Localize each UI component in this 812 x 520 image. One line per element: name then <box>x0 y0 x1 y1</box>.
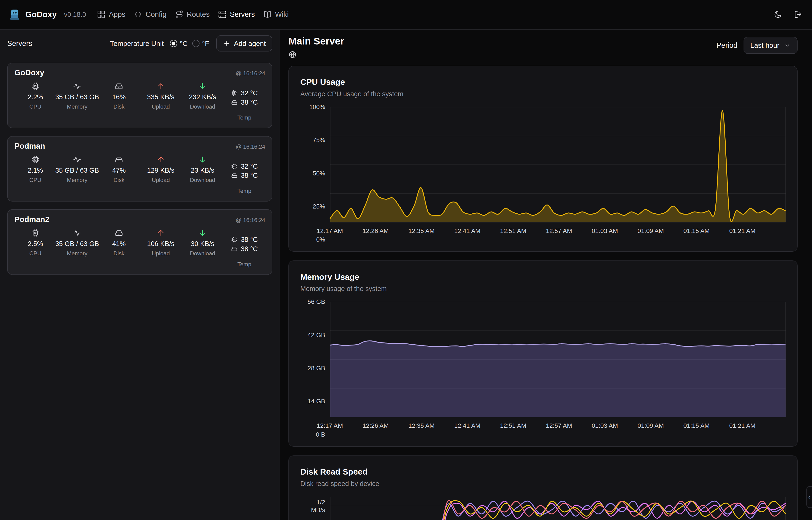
cpu-icon <box>231 236 238 243</box>
stat-memory: 35 GB / 63 GB Memory <box>56 155 98 194</box>
period-select[interactable]: Last hour <box>744 37 797 54</box>
arrow-up-icon <box>157 155 165 164</box>
page-title: Main Server <box>288 36 344 47</box>
godoxy-logo <box>9 9 20 21</box>
server-timestamp: @ 16:16:24 <box>236 217 265 224</box>
brand-version: v0.18.0 <box>64 11 86 19</box>
stat-upload: 129 KB/s Upload <box>140 155 182 194</box>
y-axis: 56 GB42 GB28 GB14 GB0 B <box>300 302 330 435</box>
celsius-label: °C <box>180 40 188 48</box>
temperature-unit-group: Temperature Unit °C °F Add agent <box>110 35 273 51</box>
server-name: Podman2 <box>15 215 49 224</box>
nav-item-servers[interactable]: Servers <box>217 7 256 22</box>
nav-item-routes[interactable]: Routes <box>174 7 211 22</box>
nav-label: Config <box>145 10 166 19</box>
temperature-unit-label: Temperature Unit <box>110 40 164 48</box>
server-timestamp: @ 16:16:24 <box>236 144 265 150</box>
memory-usage-chart: 56 GB42 GB28 GB14 GB0 B 12:17 AM12:26 AM… <box>300 302 786 435</box>
disk-read-speed-chart: 1/2 MB/s <box>300 497 786 520</box>
nav-item-apps[interactable]: Apps <box>96 7 127 22</box>
stat-temp: 38 °C 38 °C Temp <box>223 229 265 268</box>
plot-area <box>330 107 786 222</box>
hard-drive-icon <box>231 172 238 179</box>
chart-subtitle: Average CPU usage of the system <box>300 90 786 98</box>
server-timestamp: @ 16:16:24 <box>236 70 265 77</box>
top-navbar: GoDoxy v0.18.0 Apps Config Routes <box>0 0 812 30</box>
hard-drive-icon <box>231 245 238 252</box>
code-icon <box>134 10 142 19</box>
activity-icon <box>73 155 82 164</box>
brand: GoDoxy v0.18.0 <box>9 9 86 21</box>
hard-drive-icon <box>115 229 123 237</box>
server-icon <box>218 10 227 19</box>
server-name: GoDoxy <box>15 68 44 77</box>
globe-icon[interactable] <box>288 51 344 59</box>
server-list: GoDoxy @ 16:16:24 2.2% CPU 35 GB / 63 GB <box>7 63 272 275</box>
stat-upload: 335 KB/s Upload <box>140 82 182 121</box>
x-axis: 12:17 AM12:26 AM12:35 AM12:41 AM12:51 AM… <box>330 422 786 435</box>
chart-title: CPU Usage <box>300 77 786 87</box>
server-card-podman2[interactable]: Podman2 @ 16:16:24 2.5% CPU 35 GB / 63 G… <box>7 209 272 275</box>
route-icon <box>175 10 184 19</box>
cpu-icon <box>31 155 40 164</box>
stat-download: 23 KB/s Download <box>181 155 223 194</box>
godoxy-dashboard: GoDoxy v0.18.0 Apps Config Routes <box>0 0 812 520</box>
plot-area <box>330 497 786 520</box>
stat-temp: 32 °C 38 °C Temp <box>223 82 265 121</box>
cpu-icon <box>31 82 40 90</box>
main-nav: Apps Config Routes Servers <box>96 7 290 22</box>
nav-item-wiki[interactable]: Wiki <box>262 7 290 22</box>
y-axis: 1/2 MB/s <box>300 497 330 520</box>
x-axis: 12:17 AM12:26 AM12:35 AM12:41 AM12:51 AM… <box>330 227 786 240</box>
logout-icon[interactable] <box>794 10 803 19</box>
hard-drive-icon <box>231 99 238 106</box>
main-panel: Main Server Period Last hour <box>280 30 812 520</box>
chart-subtitle: Memory usage of the system <box>300 285 786 293</box>
hard-drive-icon <box>115 155 123 164</box>
server-card-podman[interactable]: Podman @ 16:16:24 2.1% CPU 35 GB / 63 GB <box>7 136 272 202</box>
plus-icon <box>223 40 230 47</box>
fahrenheit-label: °F <box>202 40 209 48</box>
cpu-icon <box>231 90 238 97</box>
cpu-icon <box>231 163 238 170</box>
nav-label: Wiki <box>275 10 289 19</box>
stat-cpu: 2.2% CPU <box>15 82 56 121</box>
grid-icon <box>97 10 106 19</box>
stat-download: 30 KB/s Download <box>181 229 223 268</box>
sidebar-title: Servers <box>7 40 32 48</box>
chevron-down-icon <box>784 42 791 49</box>
y-axis: 100%75%50%25%0% <box>300 107 330 240</box>
arrow-up-icon <box>157 229 165 237</box>
arrow-down-icon <box>198 155 207 164</box>
book-icon <box>263 10 272 19</box>
fahrenheit-radio[interactable] <box>192 40 199 47</box>
chart-title: Disk Read Speed <box>300 467 786 477</box>
arrow-down-icon <box>198 229 207 237</box>
activity-icon <box>73 82 82 90</box>
hard-drive-icon <box>115 82 123 90</box>
stat-download: 232 KB/s Download <box>181 82 223 121</box>
arrow-down-icon <box>198 82 207 90</box>
server-name: Podman <box>15 141 45 151</box>
moon-icon[interactable] <box>774 10 782 19</box>
nav-item-config[interactable]: Config <box>133 7 168 22</box>
stat-disk: 16% Disk <box>98 82 140 121</box>
stat-memory: 35 GB / 63 GB Memory <box>56 229 98 268</box>
stat-cpu: 2.1% CPU <box>15 155 56 194</box>
activity-icon <box>73 229 82 237</box>
stat-disk: 41% Disk <box>98 229 140 268</box>
collapse-panel-handle[interactable]: ‹ <box>806 486 812 508</box>
memory-usage-card: Memory Usage Memory usage of the system … <box>288 260 797 447</box>
disk-read-speed-card: Disk Read Speed Disk read speed by devic… <box>288 456 797 520</box>
cpu-usage-card: CPU Usage Average CPU usage of the syste… <box>288 66 797 252</box>
nav-label: Routes <box>187 10 210 19</box>
stat-memory: 35 GB / 63 GB Memory <box>56 82 98 121</box>
nav-label: Servers <box>230 10 255 19</box>
celsius-radio[interactable] <box>170 40 177 47</box>
add-agent-button[interactable]: Add agent <box>216 35 272 51</box>
server-card-godoxy[interactable]: GoDoxy @ 16:16:24 2.2% CPU 35 GB / 63 GB <box>7 63 272 128</box>
chart-title: Memory Usage <box>300 272 786 282</box>
stat-cpu: 2.5% CPU <box>15 229 56 268</box>
plot-area <box>330 302 786 417</box>
chart-subtitle: Disk read speed by device <box>300 480 786 488</box>
